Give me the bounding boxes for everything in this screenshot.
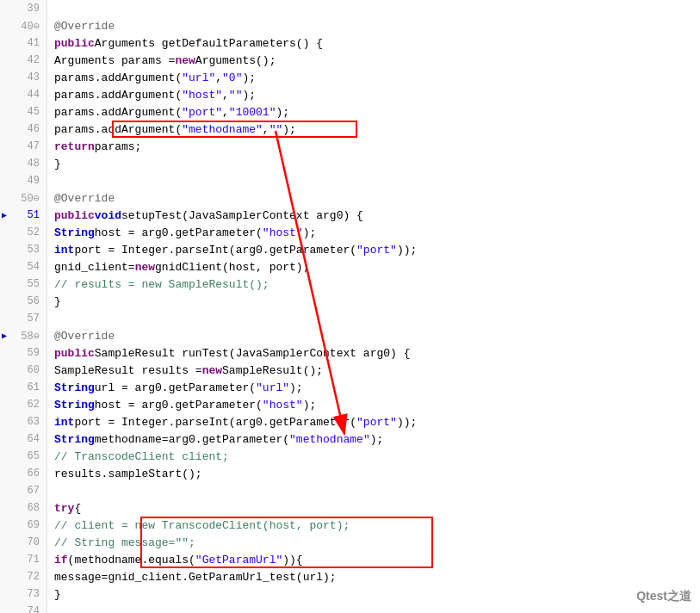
code-line-39 — [47, 0, 700, 17]
line-number-62: 62 — [0, 396, 46, 413]
code-line-46: params.addArgument("methodname", ""); — [47, 121, 700, 138]
editor-container: 3940⊖41424344454647484950⊖▶5152535455565… — [0, 0, 700, 613]
line-number-65: 65 — [0, 448, 46, 465]
line-number-44: 44 — [0, 86, 46, 103]
code-line-71: if(methodname.equals("GetParamUrl")){ — [47, 551, 700, 568]
line-number-59: 59 — [0, 344, 46, 362]
line-number-64: 64 — [0, 430, 46, 448]
line-number-48: 48 — [0, 155, 46, 172]
line-number-74: 74 — [0, 603, 46, 613]
code-line-59: public SampleResult runTest(JavaSamplerC… — [47, 344, 700, 362]
line-number-72: 72 — [0, 568, 46, 585]
line-number-60: 60 — [0, 362, 46, 379]
line-number-42: 42 — [0, 52, 46, 69]
code-line-64: String methodname=arg0.getParameter("met… — [47, 430, 700, 448]
line-number-47: 47 — [0, 138, 46, 155]
code-line-62: String host = arg0.getParameter("host"); — [47, 396, 700, 413]
line-number-61: 61 — [0, 379, 46, 396]
line-number-70: 70 — [0, 534, 46, 551]
code-line-50⊖: @Override — [47, 189, 700, 207]
code-line-67 — [47, 482, 700, 499]
code-line-48: } — [47, 155, 700, 172]
line-number-45: 45 — [0, 103, 46, 121]
line-number-51: ▶51 — [0, 207, 46, 224]
code-content[interactable]: @Override public Arguments getDefaultPar… — [47, 0, 700, 613]
line-number-49: 49 — [0, 172, 46, 189]
code-line-44: params.addArgument("host", ""); — [47, 86, 700, 103]
code-line-40⊖: @Override — [47, 17, 700, 34]
code-line-74 — [47, 603, 700, 613]
line-number-58⊖: ▶58⊖ — [0, 327, 46, 344]
line-number-39: 39 — [0, 0, 46, 17]
code-line-56: } — [47, 293, 700, 310]
line-number-50⊖: 50⊖ — [0, 189, 46, 207]
line-number-68: 68 — [0, 499, 46, 517]
line-number-63: 63 — [0, 413, 46, 430]
line-number-52: 52 — [0, 224, 46, 241]
line-number-71: 71 — [0, 551, 46, 568]
line-number-54: 54 — [0, 258, 46, 276]
code-line-63: int port = Integer.parseInt(arg0.getPara… — [47, 413, 700, 430]
line-number-69: 69 — [0, 517, 46, 534]
code-line-66: results.sampleStart(); — [47, 465, 700, 482]
code-line-58⊖: @Override — [47, 327, 700, 344]
code-area: 3940⊖41424344454647484950⊖▶5152535455565… — [0, 0, 700, 613]
code-line-60: SampleResult results = new SampleResult(… — [47, 362, 700, 379]
code-line-43: params.addArgument("url", "0"); — [47, 69, 700, 86]
code-line-69: // client = new TranscodeClient(host, po… — [47, 517, 700, 534]
line-number-53: 53 — [0, 241, 46, 258]
line-number-56: 56 — [0, 293, 46, 310]
code-line-61: String url = arg0.getParameter("url"); — [47, 379, 700, 396]
code-line-47: return params; — [47, 138, 700, 155]
code-line-45: params.addArgument("port", "10001"); — [47, 103, 700, 121]
watermark: Qtest之道 — [636, 589, 691, 604]
code-line-70: // String message=""; — [47, 534, 700, 551]
code-line-41: public Arguments getDefaultParameters() … — [47, 34, 700, 52]
line-number-67: 67 — [0, 482, 46, 499]
code-line-49 — [47, 172, 700, 189]
line-number-57: 57 — [0, 310, 46, 327]
code-line-68: try { — [47, 499, 700, 517]
line-number-73: 73 — [0, 585, 46, 603]
code-line-65: // TranscodeClient client; — [47, 448, 700, 465]
code-line-57 — [47, 310, 700, 327]
code-line-53: int port = Integer.parseInt(arg0.getPara… — [47, 241, 700, 258]
code-line-73: } — [47, 585, 700, 603]
code-line-54: gnid_client=new gnidClient(host, port); — [47, 258, 700, 276]
code-line-55: // results = new SampleResult(); — [47, 276, 700, 293]
line-number-43: 43 — [0, 69, 46, 86]
line-number-41: 41 — [0, 34, 46, 52]
line-number-46: 46 — [0, 121, 46, 138]
code-line-72: message=gnid_client.GetParamUrl_test(url… — [47, 568, 700, 585]
line-number-40⊖: 40⊖ — [0, 17, 46, 34]
code-line-52: String host = arg0.getParameter("host"); — [47, 224, 700, 241]
code-line-42: Arguments params = new Arguments(); — [47, 52, 700, 69]
line-number-66: 66 — [0, 465, 46, 482]
line-numbers: 3940⊖41424344454647484950⊖▶5152535455565… — [0, 0, 47, 613]
line-number-55: 55 — [0, 276, 46, 293]
code-line-51: public void setupTest(JavaSamplerContext… — [47, 207, 700, 224]
